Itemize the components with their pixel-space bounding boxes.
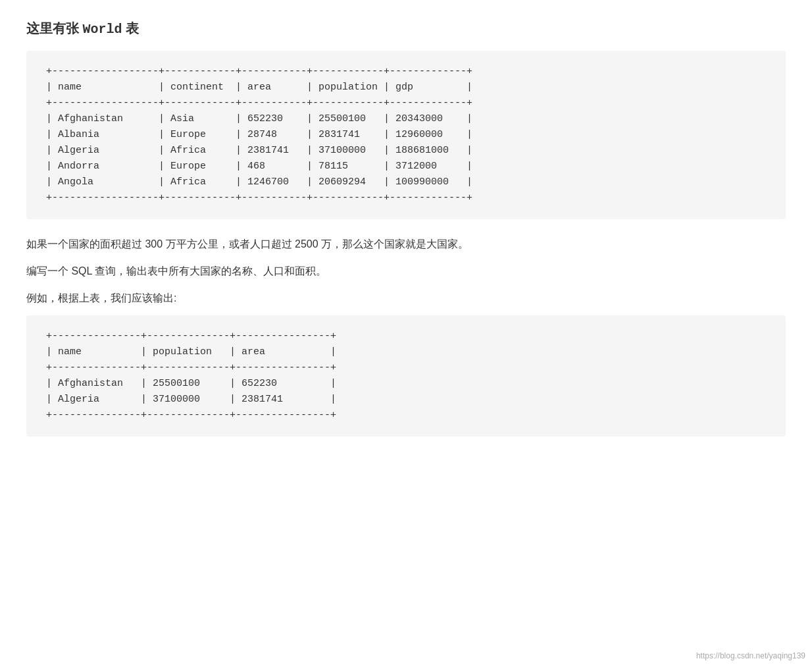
- description-line2: 编写一个 SQL 查询，输出表中所有大国家的名称、人口和面积。: [26, 262, 786, 281]
- world-table-pre: +------------------+------------+-------…: [46, 64, 766, 206]
- title-code: World: [83, 22, 122, 37]
- description-line1: 如果一个国家的面积超过 300 万平方公里，或者人口超过 2500 万，那么这个…: [26, 235, 786, 254]
- title-prefix: 这里有张: [26, 21, 83, 36]
- watermark: https://blog.csdn.net/yaqing139: [696, 651, 805, 660]
- output-table-container: +---------------+--------------+--------…: [26, 315, 786, 437]
- page-title: 这里有张 World 表: [26, 20, 786, 38]
- world-table-container: +------------------+------------+-------…: [26, 51, 786, 219]
- title-suffix: 表: [122, 21, 140, 36]
- description-line3: 例如，根据上表，我们应该输出:: [26, 289, 786, 308]
- output-table-pre: +---------------+--------------+--------…: [46, 329, 766, 423]
